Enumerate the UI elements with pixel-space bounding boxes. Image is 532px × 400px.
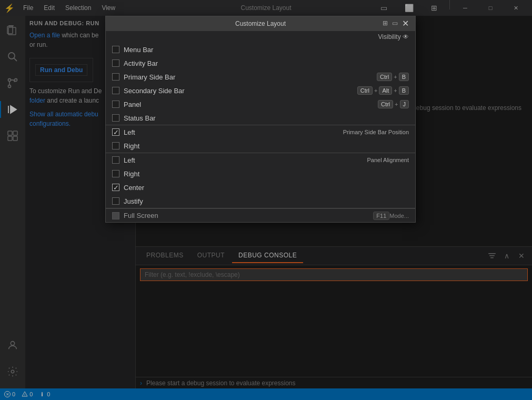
label-align-justify: Justify — [124, 197, 409, 205]
popup-title-bar: Customize Layout ⊞ ▭ ✕ — [106, 16, 415, 31]
shortcut-primary-sidebar: Ctrl + B — [377, 73, 409, 81]
checkbox-menu-bar[interactable] — [112, 46, 119, 53]
kbd-plus4: + — [395, 101, 398, 107]
check-center: ✓ — [113, 184, 119, 192]
checkbox-align-center[interactable]: ✓ — [112, 184, 119, 191]
kbd-ctrl: Ctrl — [377, 73, 392, 81]
visibility-label: Visibility 👁 — [378, 33, 409, 41]
checkbox-align-justify[interactable] — [112, 197, 119, 205]
label-align-center: Center — [124, 184, 409, 192]
checkbox-left-position[interactable]: ✓ — [112, 128, 119, 136]
kbd-plus1: + — [394, 74, 397, 80]
label-activity-bar: Activity Bar — [124, 59, 409, 67]
checkbox-activity-bar[interactable] — [112, 59, 119, 67]
checkbox-align-right[interactable] — [112, 170, 119, 177]
checkbox-right-position[interactable] — [112, 142, 119, 149]
row-panel[interactable]: Panel Ctrl + J — [106, 97, 415, 111]
checkbox-status-bar[interactable] — [112, 114, 119, 122]
primary-sidebar-position-section: ✓ Left Primary Side Bar Position Right — [106, 125, 415, 153]
row-menu-bar[interactable]: Menu Bar — [106, 43, 415, 56]
kbd-plus2: + — [374, 87, 377, 94]
kbd-ctrl3: Ctrl — [378, 100, 393, 108]
shortcut-bottom-mode: F11 — [373, 212, 389, 220]
checkbox-bottom-mode[interactable] — [112, 212, 119, 219]
popup-title: Customize Layout — [211, 20, 310, 27]
label-primary-sidebar: Primary Side Bar — [124, 73, 377, 81]
row-secondary-sidebar[interactable]: Secondary Side Bar Ctrl + Alt + B — [106, 84, 415, 97]
panel-alignment-section: Left Panel Alignment Right ✓ Center Just… — [106, 153, 415, 208]
label-left-position: Left — [124, 128, 343, 136]
kbd-b: B — [399, 73, 409, 81]
kbd-b2: B — [399, 86, 409, 95]
checkbox-secondary-sidebar[interactable] — [112, 87, 119, 94]
visibility-header: Visibility 👁 — [106, 31, 415, 43]
label-panel: Panel — [124, 101, 378, 108]
row-primary-sidebar[interactable]: Primary Side Bar Ctrl + B — [106, 70, 415, 84]
row-status-bar[interactable]: Status Bar — [106, 111, 415, 125]
kbd-f11: F11 — [373, 212, 389, 220]
mode-label: Mode... — [389, 213, 409, 219]
row-align-right[interactable]: Right — [106, 167, 415, 181]
label-secondary-sidebar: Secondary Side Bar — [124, 87, 357, 95]
customize-layout-popup: Customize Layout ⊞ ▭ ✕ Visibility 👁 Menu… — [105, 16, 416, 223]
row-activity-bar[interactable]: Activity Bar — [106, 56, 415, 70]
kbd-plus3: + — [394, 87, 397, 94]
primary-sidebar-position-label: Primary Side Bar Position — [343, 129, 409, 135]
label-menu-bar: Menu Bar — [124, 46, 409, 54]
popup-close-btn[interactable]: ✕ — [402, 19, 409, 28]
kbd-j: J — [400, 100, 409, 108]
row-align-justify[interactable]: Justify — [106, 194, 415, 208]
check-left: ✓ — [113, 128, 119, 136]
row-left-position[interactable]: ✓ Left Primary Side Bar Position — [106, 125, 415, 139]
checkbox-panel[interactable] — [112, 101, 119, 108]
visibility-section: Menu Bar Activity Bar Primary Side Bar C… — [106, 43, 415, 125]
shortcut-secondary-sidebar: Ctrl + Alt + B — [357, 86, 409, 95]
checkbox-align-left[interactable] — [112, 156, 119, 164]
checkbox-primary-sidebar[interactable] — [112, 73, 119, 81]
kbd-alt: Alt — [379, 86, 392, 95]
row-right-position[interactable]: Right — [106, 139, 415, 153]
row-align-center[interactable]: ✓ Center — [106, 181, 415, 194]
popup-layout-icon2[interactable]: ▭ — [392, 19, 398, 28]
label-bottom-mode: Full Screen — [124, 212, 373, 219]
shortcut-panel: Ctrl + J — [378, 100, 409, 108]
label-status-bar: Status Bar — [124, 114, 409, 122]
label-align-left: Left — [124, 156, 367, 164]
row-align-left[interactable]: Left Panel Alignment — [106, 153, 415, 167]
popup-layout-icon1[interactable]: ⊞ — [383, 19, 388, 28]
popup-title-actions: ⊞ ▭ ✕ — [310, 19, 409, 28]
label-align-right: Right — [124, 170, 409, 178]
kbd-ctrl2: Ctrl — [357, 86, 373, 95]
row-bottom-mode[interactable]: Full Screen F11 Mode... — [106, 208, 415, 222]
label-right-position: Right — [124, 142, 409, 150]
panel-alignment-label: Panel Alignment — [367, 157, 409, 163]
